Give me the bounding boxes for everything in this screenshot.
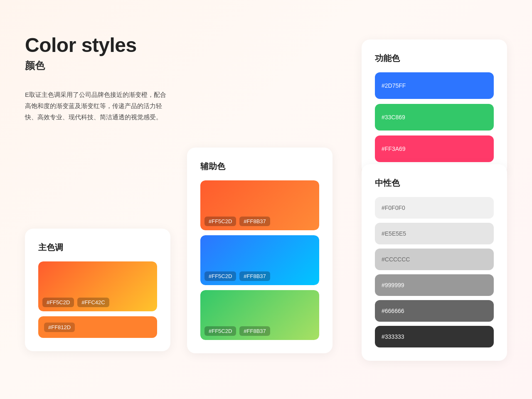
primary-solid-label: #FF812D (44, 323, 75, 332)
func-blue-label: #2D75FF (382, 82, 406, 89)
neutral-label-2: #E5E5E5 (382, 230, 406, 237)
secondary-blue-label-1: #FF5C2D (204, 271, 236, 281)
func-pink-label: #FF3A69 (382, 145, 406, 152)
secondary-blue-labels: #FF5C2D #FF8B37 (200, 271, 319, 281)
secondary-red-labels: #FF5C2D #FF8B37 (200, 217, 319, 226)
neutral-label-1: #F0F0F0 (382, 204, 405, 211)
primary-solid-block: #FF812D (38, 316, 157, 338)
secondary-red-label-1: #FF5C2D (204, 217, 236, 226)
secondary-red-label-2: #FF8B37 (239, 217, 270, 226)
secondary-red-block: #FF5C2D #FF8B37 (200, 180, 319, 230)
neutral-block-2: #E5E5E5 (375, 223, 494, 244)
neutral-label-4: #999999 (382, 282, 404, 288)
secondary-blue-block: #FF5C2D #FF8B37 (200, 235, 319, 285)
neutral-block-4: #999999 (375, 274, 494, 296)
function-color-card: 功能色 #2D75FF #33C869 #FF3A69 (362, 39, 507, 175)
func-blue-block: #2D75FF (375, 72, 494, 99)
neutral-block-5: #666666 (375, 300, 494, 322)
primary-gradient-labels: #FF5C2D #FFC42C (38, 298, 157, 307)
secondary-green-label-2: #FF8B37 (239, 326, 270, 336)
primary-label-1: #FF5C2D (42, 298, 74, 307)
neutral-color-card: 中性色 #F0F0F0 #E5E5E5 #CCCCCC #999999 #666… (362, 164, 507, 361)
secondary-card-title: 辅助色 (200, 161, 319, 172)
page-title: Color styles (25, 33, 166, 57)
primary-card-title: 主色调 (38, 242, 157, 253)
secondary-green-labels: #FF5C2D #FF8B37 (200, 326, 319, 336)
primary-gradient-bg: #FF5C2D #FFC42C (38, 261, 157, 311)
function-card-title: 功能色 (375, 53, 494, 64)
secondary-green-block: #FF5C2D #FF8B37 (200, 290, 319, 340)
neutral-label-6: #333333 (382, 333, 404, 340)
page-description: E取证主色调采用了公司品牌色接近的渐变橙，配合高饱和度的渐变蓝及渐变红等，传递产… (25, 89, 166, 123)
secondary-blue-bg: #FF5C2D #FF8B37 (200, 235, 319, 285)
neutral-label-5: #666666 (382, 308, 404, 314)
primary-gradient-block: #FF5C2D #FFC42C (38, 261, 157, 311)
secondary-red-bg: #FF5C2D #FF8B37 (200, 180, 319, 230)
secondary-color-card: 辅助色 #FF5C2D #FF8B37 #FF5C2D #FF8B37 #FF5… (187, 148, 332, 353)
func-pink-block: #FF3A69 (375, 135, 494, 162)
func-green-block: #33C869 (375, 104, 494, 131)
secondary-green-bg: #FF5C2D #FF8B37 (200, 290, 319, 340)
func-green-label: #33C869 (382, 114, 405, 121)
neutral-card-title: 中性色 (375, 177, 494, 189)
neutral-block-3: #CCCCCC (375, 249, 494, 270)
header-section: Color styles 颜色 E取证主色调采用了公司品牌色接近的渐变橙，配合高… (25, 33, 166, 123)
secondary-green-label-1: #FF5C2D (204, 326, 236, 336)
neutral-block-6: #333333 (375, 326, 494, 347)
primary-label-2: #FFC42C (77, 298, 109, 307)
primary-color-card: 主色调 #FF5C2D #FFC42C #FF812D (25, 229, 170, 351)
neutral-block-1: #F0F0F0 (375, 197, 494, 219)
neutral-label-3: #CCCCCC (382, 256, 410, 263)
secondary-blue-label-2: #FF8B37 (239, 271, 270, 281)
page-subtitle: 颜色 (25, 59, 166, 72)
